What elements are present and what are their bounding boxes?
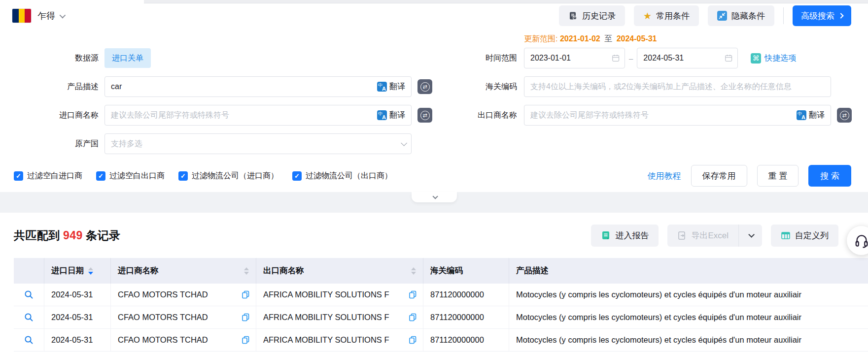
exporter-field[interactable]: 中A 翻译 (524, 105, 831, 126)
importer-input[interactable] (111, 111, 377, 120)
table-row[interactable]: 2024-05-31 CFAO MOTORS TCHAD AFRICA MOBI… (14, 329, 868, 352)
cell-exporter: AFRICA MOBILITY SOLUTIONS F (263, 335, 389, 345)
search-button[interactable]: 搜 索 (808, 165, 851, 187)
filter-blank-importer-checkbox[interactable]: ✓ 过滤空白进口商 (14, 171, 82, 181)
chevron-down-icon (748, 231, 755, 238)
copy-icon (409, 290, 417, 299)
topbar-actions: 历史记录 ★ 常用条件 隐藏条件 高级搜索 (559, 5, 851, 26)
cell-hs-code: 871120000000 (430, 290, 484, 299)
topbar: 乍得 历史记录 ★ 常用条件 隐藏条件 高级搜索 (0, 0, 868, 32)
copy-icon (409, 313, 417, 321)
form-row-origin: 原产国 (0, 133, 868, 154)
form-row-product-hscode: 产品描述 中A 翻译 ⇄ 海关编码 (0, 76, 868, 97)
update-range-end: 2024-05-31 (617, 34, 657, 43)
collapse-form-handle[interactable] (412, 192, 457, 202)
view-detail-button[interactable] (24, 290, 34, 299)
export-excel-menu-button[interactable] (738, 225, 762, 247)
copy-button[interactable] (409, 290, 417, 299)
hide-conditions-button[interactable]: 隐藏条件 (708, 5, 774, 26)
translate-button[interactable]: 中A 翻译 (377, 110, 405, 121)
enter-report-button[interactable]: 进入报告 (591, 225, 659, 247)
sort-icons[interactable] (88, 267, 93, 275)
copy-button[interactable] (242, 290, 250, 299)
exact-match-toggle[interactable]: ⇄ (837, 108, 852, 123)
update-range-label: 更新范围: (524, 34, 557, 43)
table-header-row: 进口日期 进口商名称 出口商名称 海关编码 产品描述 (14, 258, 868, 284)
cell-import-date: 2024-05-31 (51, 335, 93, 345)
checkbox-checked-icon: ✓ (14, 171, 23, 181)
results-summary: 共匹配到949条记录 (14, 228, 120, 243)
history-label: 历史记录 (582, 10, 616, 22)
start-date-input[interactable] (530, 54, 612, 63)
checkbox-checked-icon: ✓ (96, 171, 105, 181)
country-picker[interactable]: 乍得 (12, 9, 64, 23)
filter-blank-exporter-checkbox[interactable]: ✓ 过滤空白出口商 (96, 171, 165, 181)
origin-country-select[interactable] (104, 133, 412, 154)
translate-button[interactable]: 中A 翻译 (377, 82, 405, 92)
hs-code-field[interactable] (524, 76, 831, 97)
copy-button[interactable] (409, 336, 417, 344)
view-detail-button[interactable] (24, 335, 34, 345)
tab-import-declaration[interactable]: 进口关单 (104, 48, 151, 68)
product-desc-field[interactable]: 中A 翻译 (104, 76, 412, 97)
header-label: 产品描述 (516, 265, 549, 276)
copy-button[interactable] (242, 336, 250, 344)
match-count: 949 (60, 229, 86, 242)
exact-match-toggle[interactable]: ⇄ (417, 79, 432, 94)
origin-country-input[interactable] (111, 139, 401, 148)
time-range-label: 时间范围 (434, 53, 524, 64)
header-importer-name[interactable]: 进口商名称 (111, 258, 256, 284)
favorites-button[interactable]: ★ 常用条件 (634, 5, 699, 26)
calendar-icon (725, 54, 732, 63)
product-desc-input[interactable] (111, 82, 377, 91)
filter-logistics-exporter-checkbox[interactable]: ✓ 过滤物流公司（出口商） (292, 171, 392, 181)
update-range-to: 至 (602, 34, 614, 43)
table-row[interactable]: 2024-05-31 CFAO MOTORS TCHAD AFRICA MOBI… (14, 284, 868, 306)
reset-button[interactable]: 重 置 (757, 165, 799, 187)
translate-label: 翻译 (389, 110, 405, 121)
history-icon (568, 11, 578, 21)
importer-field[interactable]: 中A 翻译 (104, 105, 412, 126)
table-row[interactable]: 2024-05-31 CFAO MOTORS TCHAD AFRICA MOBI… (14, 306, 868, 329)
start-date-field[interactable] (524, 48, 625, 68)
headset-icon (854, 233, 868, 248)
product-desc-label: 产品描述 (0, 82, 104, 92)
exact-match-toggle[interactable]: ⇄ (417, 108, 432, 123)
cell-import-date: 2024-05-31 (51, 290, 93, 299)
save-common-button[interactable]: 保存常用 (691, 165, 747, 187)
calendar-icon (612, 54, 620, 63)
translate-icon: 中A (797, 110, 806, 120)
hs-code-input[interactable] (530, 82, 825, 91)
export-excel-group: 导出Excel (667, 225, 762, 247)
copy-icon (242, 336, 250, 344)
header-exporter-name[interactable]: 出口商名称 (256, 258, 423, 284)
magnifier-icon (24, 313, 34, 322)
exporter-input[interactable] (530, 111, 797, 120)
sort-icons[interactable] (244, 267, 249, 275)
origin-country-label: 原产国 (0, 139, 104, 149)
end-date-input[interactable] (643, 54, 725, 63)
view-detail-button[interactable] (24, 313, 34, 322)
copy-button[interactable] (242, 313, 250, 321)
update-range-start: 2021-01-02 (560, 34, 600, 43)
end-date-field[interactable] (637, 48, 738, 68)
header-import-date[interactable]: 进口日期 (44, 258, 111, 284)
export-icon (677, 231, 687, 240)
copy-icon (242, 290, 250, 299)
history-button[interactable]: 历史记录 (559, 5, 625, 26)
tutorial-link[interactable]: 使用教程 (648, 170, 681, 182)
top-edge-strip (144, 0, 868, 3)
command-icon: ⌘ (751, 53, 761, 64)
quick-options-button[interactable]: ⌘ 快捷选项 (751, 53, 796, 64)
advanced-search-button[interactable]: 高级搜索 (793, 5, 851, 26)
header-label: 出口商名称 (263, 265, 304, 276)
update-range: 更新范围: 2021-01-02 至 2024-05-31 (524, 34, 657, 44)
cell-exporter: AFRICA MOBILITY SOLUTIONS F (263, 290, 389, 299)
sort-icons[interactable] (411, 267, 416, 275)
export-excel-button[interactable]: 导出Excel (667, 225, 738, 247)
custom-columns-button[interactable]: 自定义列 (771, 225, 838, 247)
chevron-right-icon (838, 13, 843, 18)
filter-logistics-importer-checkbox[interactable]: ✓ 过滤物流公司（进口商） (178, 171, 278, 181)
translate-button[interactable]: 中A 翻译 (797, 110, 825, 121)
copy-button[interactable] (409, 313, 417, 321)
